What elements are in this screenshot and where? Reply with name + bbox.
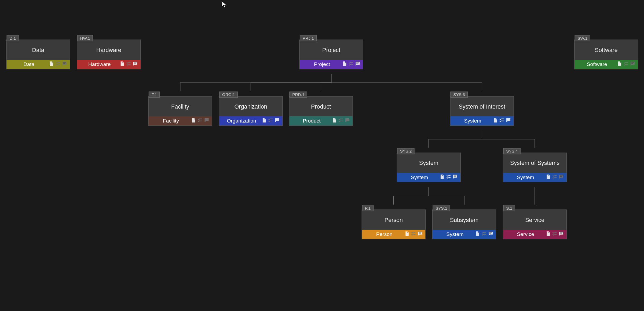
document-icon[interactable] <box>342 61 347 68</box>
node-type-footer: System <box>450 116 513 125</box>
node-sys2[interactable]: SYS.2SystemSystem <box>397 153 460 182</box>
node-footer-icons <box>342 61 360 68</box>
node-type-footer: Service <box>503 230 566 239</box>
document-icon[interactable] <box>49 61 54 68</box>
node-footer-icons <box>475 231 493 238</box>
node-type-label: System <box>453 118 493 124</box>
node-type-footer: System <box>433 230 496 239</box>
document-icon[interactable] <box>439 174 445 181</box>
node-sys4[interactable]: SYS.4System of SystemsSystem <box>503 153 567 182</box>
node-id-tag: PRJ.1 <box>300 35 317 41</box>
node-title: Project <box>300 40 363 60</box>
node-title: Person <box>362 210 425 230</box>
node-id-tag: S.1 <box>503 205 515 211</box>
node-title: Software <box>575 40 638 60</box>
node-person[interactable]: P.1PersonPerson <box>362 210 426 239</box>
node-id-tag: SYS.2 <box>397 148 415 154</box>
document-icon[interactable] <box>475 231 480 238</box>
checklist-icon[interactable] <box>268 117 273 124</box>
document-icon[interactable] <box>261 117 267 124</box>
document-icon[interactable] <box>545 174 551 181</box>
node-sys1[interactable]: SYS.1SubsystemSystem <box>432 210 496 239</box>
node-type-label: Facility <box>151 118 191 124</box>
comment-icon[interactable] <box>506 117 511 124</box>
node-type-label: System <box>400 175 439 180</box>
comment-icon[interactable] <box>133 61 138 68</box>
document-icon[interactable] <box>492 117 498 124</box>
node-software[interactable]: SW.1SoftwareSoftware <box>574 40 638 69</box>
document-icon[interactable] <box>617 61 622 68</box>
comment-icon[interactable] <box>62 61 67 68</box>
node-id-tag: PRD.1 <box>289 92 307 98</box>
node-sys3[interactable]: SYS.3System of InterestSystem <box>450 96 514 126</box>
comment-icon[interactable] <box>630 61 635 68</box>
document-icon[interactable] <box>404 231 409 238</box>
node-type-label: Organization <box>222 118 261 124</box>
checklist-icon[interactable] <box>411 231 416 238</box>
node-service[interactable]: S.1ServiceService <box>503 210 567 239</box>
node-type-label: Person <box>364 231 404 237</box>
comment-icon[interactable] <box>417 231 423 238</box>
node-title: System <box>397 153 460 173</box>
diagram-canvas[interactable]: D.1DataDataHW.1HardwareHardwarePRJ.1Proj… <box>0 0 644 311</box>
node-type-footer: Person <box>362 230 425 239</box>
checklist-icon[interactable] <box>499 117 504 124</box>
node-hardware[interactable]: HW.1HardwareHardware <box>77 40 141 69</box>
comment-icon[interactable] <box>559 231 564 238</box>
node-id-tag: SYS.3 <box>450 92 468 98</box>
node-title: Product <box>289 97 352 116</box>
comment-icon[interactable] <box>559 174 564 181</box>
comment-icon[interactable] <box>204 117 209 124</box>
node-title: Hardware <box>77 40 140 60</box>
node-footer-icons <box>439 174 458 181</box>
checklist-icon[interactable] <box>481 231 487 238</box>
node-id-tag: HW.1 <box>77 35 93 41</box>
node-type-label: Project <box>302 61 342 67</box>
node-title: Subsystem <box>433 210 496 230</box>
node-footer-icons <box>404 231 423 238</box>
node-type-label: Service <box>506 231 546 237</box>
node-type-footer: System <box>503 173 566 182</box>
node-type-label: System <box>506 175 546 180</box>
node-footer-icons <box>545 174 564 181</box>
node-type-label: Data <box>9 61 49 67</box>
document-icon[interactable] <box>119 61 125 68</box>
checklist-icon[interactable] <box>55 61 61 68</box>
checklist-icon[interactable] <box>338 117 343 124</box>
node-footer-icons <box>261 117 280 124</box>
checklist-icon[interactable] <box>126 61 131 68</box>
node-type-label: System <box>435 231 475 237</box>
node-footer-icons <box>49 61 67 68</box>
comment-icon[interactable] <box>345 117 350 124</box>
node-data[interactable]: D.1DataData <box>6 40 70 69</box>
node-title: Service <box>503 210 566 230</box>
checklist-icon[interactable] <box>446 174 451 181</box>
checklist-icon[interactable] <box>552 174 557 181</box>
node-type-footer: Product <box>289 116 352 125</box>
checklist-icon[interactable] <box>623 61 629 68</box>
checklist-icon[interactable] <box>348 61 354 68</box>
node-project[interactable]: PRJ.1ProjectProject <box>299 40 363 69</box>
node-type-footer: Software <box>575 60 638 69</box>
document-icon[interactable] <box>545 231 551 238</box>
comment-icon[interactable] <box>452 174 458 181</box>
document-icon[interactable] <box>191 117 196 124</box>
mouse-cursor <box>222 1 228 8</box>
checklist-icon[interactable] <box>197 117 203 124</box>
node-type-footer: Hardware <box>77 60 140 69</box>
node-type-label: Software <box>577 61 617 67</box>
node-product[interactable]: PRD.1ProductProduct <box>289 96 353 126</box>
node-id-tag: D.1 <box>7 35 19 41</box>
node-footer-icons <box>119 61 138 68</box>
node-facility[interactable]: F.1FacilityFacility <box>148 96 212 126</box>
node-type-footer: Project <box>300 60 363 69</box>
node-id-tag: SYS.1 <box>433 205 450 211</box>
document-icon[interactable] <box>331 117 337 124</box>
comment-icon[interactable] <box>488 231 493 238</box>
comment-icon[interactable] <box>275 117 280 124</box>
node-type-footer: Organization <box>219 116 282 125</box>
checklist-icon[interactable] <box>552 231 557 238</box>
comment-icon[interactable] <box>355 61 360 68</box>
node-organization[interactable]: ORG.1OrganizationOrganization <box>219 96 283 126</box>
node-title: Organization <box>219 97 282 116</box>
